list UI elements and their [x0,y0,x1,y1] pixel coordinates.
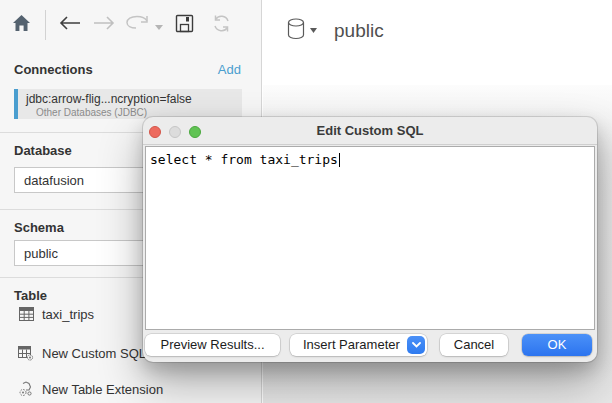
text-cursor [339,153,340,167]
home-icon [11,13,32,37]
database-label: Database [14,143,72,158]
app-window: Connections Add jdbc:arrow-flig...ncrypt… [0,0,612,403]
dialog-titlebar[interactable]: Edit Custom SQL [143,117,597,145]
new-custom-sql-icon [18,345,34,361]
table-item-taxi-trips[interactable]: taxi_trips [18,306,94,322]
new-table-extension[interactable]: New Table Extension [18,381,163,397]
toolbar [0,0,262,50]
schema-label: Schema [14,220,64,235]
toolbar-divider [45,10,46,40]
sql-editor[interactable]: select * from taxi_trips [145,146,595,330]
main-header: public [287,18,384,44]
back-button[interactable] [55,10,85,40]
refresh-icon [211,13,232,38]
connections-header: Connections Add [14,62,241,77]
edit-custom-sql-dialog: Edit Custom SQL select * from taxi_trips… [143,117,597,362]
redo-dropdown-caret-icon [155,16,163,34]
dialog-title: Edit Custom SQL [317,123,424,138]
preview-results-button[interactable]: Preview Results... [145,334,280,356]
forward-button[interactable] [89,10,119,40]
new-custom-sql[interactable]: New Custom SQL [18,345,146,361]
table-grid-icon [18,306,34,322]
footer-left-buttons: Preview Results... Insert Parameter [145,334,427,356]
dialog-footer: Preview Results... Insert Parameter Canc… [143,330,597,362]
close-button[interactable] [149,126,161,138]
database-select-value: datafusion [24,173,84,188]
database-dropdown-caret-icon[interactable] [310,19,317,37]
footer-right-buttons: Cancel OK [440,334,592,356]
connection-item[interactable]: jdbc:arrow-flig...ncryption=false Other … [14,89,242,119]
traffic-lights [149,126,201,138]
redo-dropdown-button[interactable] [153,10,165,40]
new-table-extension-label: New Table Extension [42,382,163,397]
schema-select-value: public [24,246,58,261]
redo-icon [125,15,151,35]
minimize-button[interactable] [169,126,181,138]
connections-title: Connections [14,62,93,77]
table-label: Table [14,288,47,303]
home-button[interactable] [4,10,38,40]
refresh-button[interactable] [205,10,237,40]
schema-title: public [334,20,384,42]
zoom-button[interactable] [189,126,201,138]
forward-arrow-icon [93,16,115,34]
ok-button[interactable]: OK [522,334,592,356]
back-arrow-icon [59,16,81,34]
new-table-extension-icon [18,381,34,397]
new-custom-sql-label: New Custom SQL [42,346,146,361]
cancel-button[interactable]: Cancel [440,334,508,356]
insert-parameter-label: Insert Parameter [303,337,400,352]
redo-button[interactable] [123,10,153,40]
save-button[interactable] [169,10,199,40]
connection-name: jdbc:arrow-flig...ncryption=false [26,92,242,106]
sql-text: select * from taxi_trips [150,152,338,167]
save-icon [175,14,194,37]
table-item-label: taxi_trips [42,307,94,322]
database-cylinder-icon [287,18,305,44]
insert-parameter-button[interactable]: Insert Parameter [290,334,427,356]
add-connection-link[interactable]: Add [218,62,241,77]
insert-parameter-chevron[interactable] [407,336,425,354]
